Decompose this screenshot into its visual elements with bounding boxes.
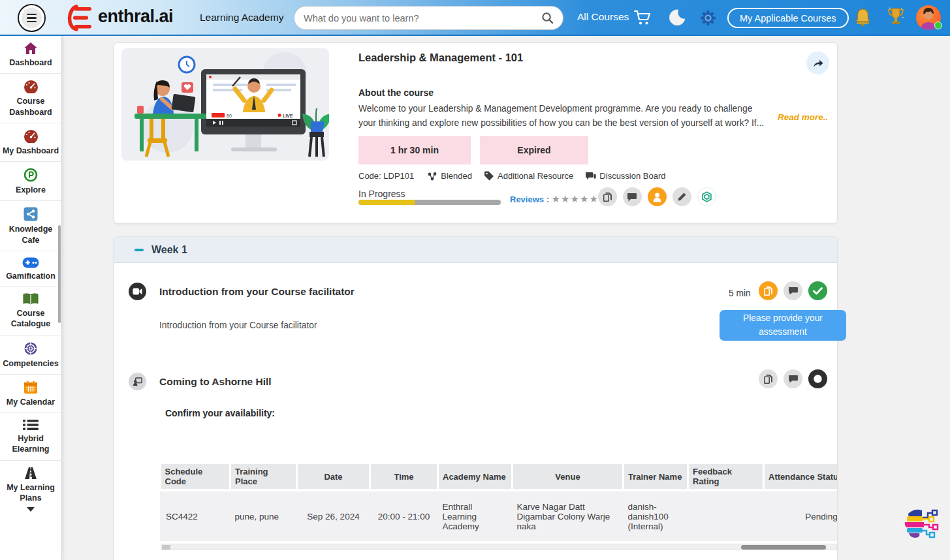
share-icon — [24, 207, 38, 221]
col-schedule-code: Schedule Code — [161, 464, 230, 490]
share-button[interactable] — [806, 52, 829, 74]
reviews-row[interactable]: Reviews : ★★★★★ — [510, 193, 599, 205]
notifications-bell-icon[interactable] — [854, 8, 872, 27]
course-thumbnail: 80 LIVE — [121, 48, 329, 161]
col-academy-name: Academy Name — [438, 464, 513, 490]
sidebar-item-gamification[interactable]: Gamification — [0, 251, 61, 287]
col-training-place: Training Place — [230, 464, 297, 490]
table-row[interactable]: SC4422 pune, pune Sep 26, 2024 20:00 - 2… — [161, 490, 838, 541]
cell-trainer-name: danish- danish100 (Internal) — [624, 490, 688, 541]
sidebar-item-explore[interactable]: Explore — [0, 162, 61, 201]
dark-mode-moon-icon[interactable] — [668, 8, 686, 27]
facilitator-button[interactable] — [648, 187, 667, 206]
read-more-link[interactable]: Read more.. — [778, 112, 828, 122]
home-icon — [24, 42, 38, 55]
tag-icon — [484, 171, 494, 181]
duration-badge: 1 hr 30 min — [358, 136, 471, 164]
confirm-availability-label: Confirm your availability: — [165, 408, 275, 418]
online-status-dot — [934, 22, 942, 29]
discussion-board[interactable]: Discussion Board — [585, 171, 665, 181]
cart-icon[interactable] — [634, 10, 651, 25]
course-code: Code: LDP101 — [358, 171, 414, 181]
comment-icon — [789, 287, 798, 295]
week-item-title[interactable]: Introduction from your Course facilitato… — [159, 286, 355, 298]
my-applicable-courses-button[interactable]: My Applicable Courses — [727, 8, 849, 28]
settings-gear-icon[interactable] — [700, 10, 716, 26]
course-action-icons — [598, 187, 716, 206]
book-icon — [23, 293, 39, 305]
scrollbar-left-button[interactable] — [162, 545, 170, 550]
record-status-icon[interactable] — [808, 369, 827, 388]
delivery-type: Blended — [427, 171, 472, 181]
sidebar-item-knowledge-cafe[interactable]: Knowledge Cafe — [0, 201, 61, 251]
cell-academy-name: Enthrall Learning Academy — [438, 490, 513, 541]
chevron-down-icon[interactable] — [27, 507, 35, 512]
about-course-heading: About the course — [358, 87, 434, 98]
schedule-table: Schedule Code Training Place Date Time A… — [161, 464, 837, 541]
hamburger-icon — [22, 8, 42, 28]
week-item-title[interactable]: Coming to Ashorne Hill — [159, 376, 272, 388]
copy-content-button[interactable] — [598, 187, 617, 206]
copy-content-button[interactable] — [759, 369, 778, 388]
svg-text:LIVE: LIVE — [283, 114, 293, 118]
reviews-label: Reviews : — [510, 194, 549, 204]
trophy-icon[interactable] — [887, 7, 905, 27]
provide-assessment-button[interactable]: Please provide your assessment — [720, 310, 846, 341]
additional-resource[interactable]: Additional Resource — [484, 171, 573, 181]
comments-button[interactable] — [784, 369, 802, 388]
week-title: Week 1 — [151, 244, 187, 256]
target-icon — [24, 341, 38, 356]
sidebar-item-dashboard[interactable]: Dashboard — [0, 36, 61, 74]
sidebar-item-my-learning-plans[interactable]: My Learning Plans — [0, 461, 61, 518]
week-item-actions — [759, 281, 827, 300]
col-venue: Venue — [513, 464, 624, 490]
brand-logo-icon[interactable] — [65, 5, 95, 31]
search-input[interactable] — [304, 13, 541, 23]
sidebar-item-my-dashboard[interactable]: My Dashboard — [0, 123, 61, 162]
table-horizontal-scrollbar[interactable] — [161, 544, 837, 550]
comment-icon — [627, 193, 637, 202]
scrollbar-thumb[interactable] — [741, 545, 826, 550]
collapse-minus-icon[interactable] — [135, 249, 144, 251]
all-courses-link[interactable]: All Courses — [577, 11, 629, 23]
chat-bubbles-icon — [585, 172, 596, 181]
road-icon — [24, 467, 38, 480]
completed-check-icon[interactable] — [808, 281, 827, 300]
ai-chatbot-launcher[interactable] — [900, 504, 940, 544]
copy-icon — [763, 286, 773, 296]
expired-status-badge: Expired — [480, 136, 588, 164]
sidebar-item-my-calendar[interactable]: My Calendar — [0, 375, 61, 413]
course-description: Welcome to your Leadership & Management … — [358, 102, 765, 131]
ai-assistant-button[interactable] — [697, 187, 716, 206]
sidebar-item-course-catalogue[interactable]: Course Catalogue — [0, 287, 61, 335]
comments-button[interactable] — [623, 187, 642, 206]
search-icon[interactable] — [541, 12, 554, 24]
star-rating[interactable]: ★★★★★ — [552, 193, 599, 204]
dashboard-gauge-icon — [24, 80, 39, 93]
explore-icon — [24, 168, 38, 182]
progress-status-label: In Progress — [358, 189, 405, 199]
cell-date: Sep 26, 2024 — [297, 490, 370, 541]
copy-content-button[interactable] — [759, 281, 778, 300]
list-icon — [23, 419, 39, 431]
search-bar[interactable] — [294, 6, 563, 30]
left-sidebar: Dashboard Course Dashboard My Dashboard … — [0, 36, 62, 560]
comments-button[interactable] — [784, 281, 802, 300]
col-trainer-name: Trainer Name — [624, 464, 688, 490]
hamburger-menu-button[interactable] — [18, 4, 46, 32]
brand-name[interactable]: enthral.ai — [98, 7, 173, 27]
duration-label: 5 min — [729, 288, 751, 298]
sidebar-item-hybrid-elearning[interactable]: Hybrid Elearning — [0, 413, 61, 461]
pencil-icon — [677, 192, 687, 202]
col-time: Time — [370, 464, 438, 490]
sidebar-item-competencies[interactable]: Competencies — [0, 335, 61, 375]
cell-training-place: pune, pune — [230, 490, 297, 541]
edit-button[interactable] — [673, 187, 691, 206]
sidebar-item-course-dashboard[interactable]: Course Dashboard — [0, 74, 61, 123]
person-icon — [652, 192, 662, 202]
week-section-card: Week 1 Introduction from your Course fac… — [114, 236, 838, 560]
cell-attendance-status: Pending — [764, 490, 838, 541]
sidebar-scrollbar[interactable] — [58, 225, 61, 323]
share-arrow-icon — [812, 58, 824, 69]
week-accordion-header[interactable]: Week 1 — [114, 237, 837, 263]
